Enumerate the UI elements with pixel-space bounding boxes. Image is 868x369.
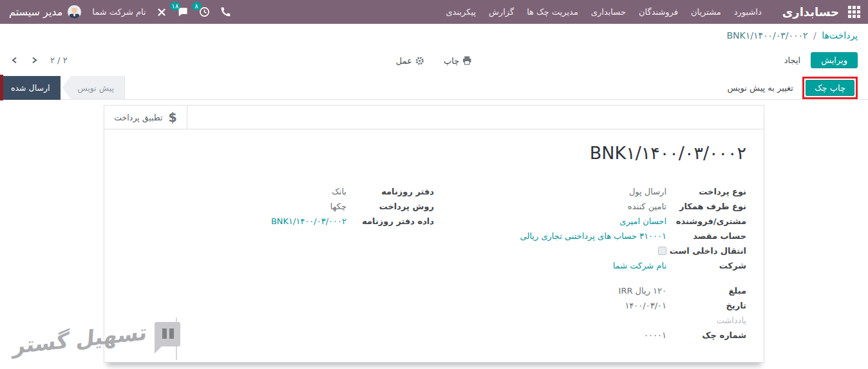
field-value: بانک — [332, 184, 346, 199]
menu-check-management[interactable]: مدیریت چک ها — [520, 0, 585, 24]
print-menu-label: چاپ — [444, 56, 459, 66]
field-internal-transfer: انتقال داخلی است — [434, 243, 746, 258]
print-check-button[interactable]: چاپ چک — [806, 80, 854, 96]
statusbar: پیش نویس ارسال شده — [0, 76, 125, 100]
action-status-bar: چاپ چک تغییر به پیش نویس پیش نویس ارسال … — [0, 76, 868, 100]
field-column-left: دفتر روزنامه بانک روش پرداخت چکها داده د… — [122, 184, 434, 273]
payment-matching-label: تطبیق پرداخت — [114, 113, 162, 122]
main-menu: داشبورد مشتریان فروشندگان حسابداری مدیری… — [440, 0, 768, 24]
field-check-number: شماره چک ۰۰۰۰۱ — [434, 328, 746, 343]
field-journal: دفتر روزنامه بانک — [122, 184, 434, 199]
payment-matching-button[interactable]: $ تطبیق پرداخت — [104, 106, 187, 129]
field-label: نوع طرف همکار — [666, 199, 746, 214]
payment-reference-title: BNK۱/۱۴۰۰/۰۳/۰۰۰۲ — [122, 143, 746, 163]
pager-previous-icon[interactable] — [10, 55, 19, 65]
field-memo: یادداشت — [434, 313, 746, 328]
field-amount: مبلغ ۱۲۰ ریال IRR — [434, 283, 746, 298]
debug-tools-icon[interactable] — [156, 7, 167, 17]
field-payment-method: روش پرداخت چکها — [122, 199, 434, 214]
field-label: روش پرداخت — [346, 199, 434, 214]
field-date: تاریخ ۱۴۰۰/۰۳/۰۱ — [434, 298, 746, 313]
status-tab-sent[interactable]: ارسال شده — [0, 76, 61, 100]
status-tab-draft[interactable]: پیش نویس — [62, 76, 125, 100]
create-button[interactable]: ایجاد — [784, 55, 800, 65]
menu-vendors[interactable]: فروشندگان — [632, 0, 684, 24]
field-destination-account: حساب مقصد ۳۱۰۰۰۱ حساب های پرداختنی تجاری… — [434, 229, 746, 243]
reset-to-draft-button[interactable]: تغییر به پیش نویس — [727, 83, 793, 93]
field-label: مشتری/فروشنده — [666, 214, 746, 229]
pager-next-icon[interactable] — [30, 55, 39, 65]
user-name: مدیر سیستم — [9, 6, 62, 18]
apps-menu-icon[interactable] — [848, 6, 860, 18]
partner-link[interactable]: احسان امیری — [619, 214, 666, 229]
field-label: شماره چک — [666, 328, 746, 343]
company-switcher[interactable]: نام شرکت شما — [92, 7, 146, 17]
pager: ۲ / ۲ — [10, 55, 68, 65]
field-journal-entry: داده دفتر روزنامه BNK۱/۱۴۰۰/۰۳/۰۰۰۲ — [122, 214, 434, 229]
edit-button[interactable]: ویرایش — [811, 52, 858, 68]
field-label: شرکت — [666, 258, 746, 273]
field-payment-type: نوع پرداخت ارسال پول — [434, 184, 746, 199]
breadcrumb: پرداخت‌ها / BNK۱/۱۴۰۰/۰۳/۰۰۰۲ — [0, 24, 868, 45]
field-label: دفتر روزنامه — [346, 184, 434, 199]
user-menu[interactable]: مدیر سیستم — [9, 5, 82, 19]
activities-badge: ۸ — [192, 2, 202, 10]
gear-icon — [415, 56, 424, 65]
field-company: شرکت نام شرکت شما — [434, 258, 746, 273]
systray: ۸ ۱۸ نام شرکت شما — [9, 5, 231, 19]
pager-buttons — [10, 55, 39, 65]
breadcrumb-current: BNK۱/۱۴۰۰/۰۳/۰۰۰۲ — [726, 30, 807, 41]
form-view-area: $ تطبیق پرداخت BNK۱/۱۴۰۰/۰۳/۰۰۰۲ نوع پرد… — [0, 100, 868, 369]
field-label: حساب مقصد — [666, 229, 746, 243]
printer-icon — [462, 56, 472, 66]
print-menu[interactable]: چاپ — [444, 56, 472, 66]
journal-entry-link[interactable]: BNK۱/۱۴۰۰/۰۳/۰۰۰۲ — [271, 214, 346, 229]
messages-badge: ۱۸ — [170, 2, 181, 10]
field-column-amount: مبلغ ۱۲۰ ریال IRR تاریخ ۱۴۰۰/۰۳/۰۱ یاددا… — [434, 283, 746, 343]
menu-customers[interactable]: مشتریان — [684, 0, 728, 24]
field-partner: مشتری/فروشنده احسان امیری — [434, 214, 746, 229]
action-menu[interactable]: عمل — [396, 56, 424, 66]
field-label: مبلغ — [666, 283, 746, 298]
menu-configuration[interactable]: پیکربندی — [440, 0, 482, 24]
menu-report[interactable]: گزارش — [482, 0, 520, 24]
breadcrumb-payments-link[interactable]: پرداخت‌ها — [822, 30, 858, 41]
top-navbar: حسابداری داشبورد مشتریان فروشندگان حسابد… — [0, 0, 868, 24]
field-column-right: نوع پرداخت ارسال پول نوع طرف همکار تامین… — [434, 184, 746, 273]
messages-icon[interactable]: ۱۸ — [177, 6, 189, 17]
app-title[interactable]: حسابداری — [782, 5, 839, 19]
payment-form-sheet: $ تطبیق پرداخت BNK۱/۱۴۰۰/۰۳/۰۰۰۲ نوع پرد… — [104, 105, 764, 363]
annotation-right-edge — [0, 75, 3, 100]
field-column-empty — [122, 283, 434, 343]
action-menu-label: عمل — [396, 56, 412, 66]
field-label: انتقال داخلی است — [666, 243, 746, 258]
field-value: ۰۰۰۰۱ — [644, 328, 666, 343]
field-value: تامین کننده — [628, 199, 666, 214]
breadcrumb-separator: / — [813, 30, 816, 41]
menu-dashboard[interactable]: داشبورد — [728, 0, 768, 24]
dollar-icon: $ — [168, 110, 176, 124]
field-value: ۱۴۰۰/۰۳/۰۱ — [625, 298, 666, 313]
user-avatar — [67, 5, 82, 19]
internal-transfer-checkbox[interactable] — [658, 247, 666, 255]
center-toolbar: چاپ عمل — [396, 56, 472, 66]
company-link[interactable]: نام شرکت شما — [613, 258, 666, 273]
pager-count: ۲ / ۲ — [50, 55, 68, 65]
record-actions: ویرایش ایجاد — [784, 52, 858, 68]
annotation-highlight-box: چاپ چک — [802, 77, 858, 99]
activities-clock-icon[interactable]: ۸ — [199, 6, 210, 17]
field-value: چکها — [330, 199, 346, 214]
phone-icon[interactable] — [220, 6, 231, 17]
field-label: تاریخ — [666, 298, 746, 313]
control-panel-row: ویرایش ایجاد چاپ عمل ۲ / ۲ — [0, 45, 868, 76]
navbar-main: حسابداری داشبورد مشتریان فروشندگان حسابد… — [440, 0, 860, 24]
workflow-buttons: چاپ چک تغییر به پیش نویس — [727, 77, 858, 99]
field-value: ارسال پول — [629, 184, 666, 199]
destination-account-link[interactable]: ۳۱۰۰۰۱ حساب های پرداختنی تجاری ریالی — [520, 229, 666, 243]
sheet-body: BNK۱/۱۴۰۰/۰۳/۰۰۰۲ نوع پرداخت ارسال پول ن… — [104, 129, 764, 343]
menu-accounting[interactable]: حسابداری — [585, 0, 632, 24]
field-group-main: نوع پرداخت ارسال پول نوع طرف همکار تامین… — [122, 184, 746, 273]
field-value: ۱۲۰ ریال IRR — [619, 283, 666, 298]
field-group-amount: مبلغ ۱۲۰ ریال IRR تاریخ ۱۴۰۰/۰۳/۰۱ یاددا… — [122, 283, 746, 343]
stat-button-strip: $ تطبیق پرداخت — [104, 106, 764, 129]
